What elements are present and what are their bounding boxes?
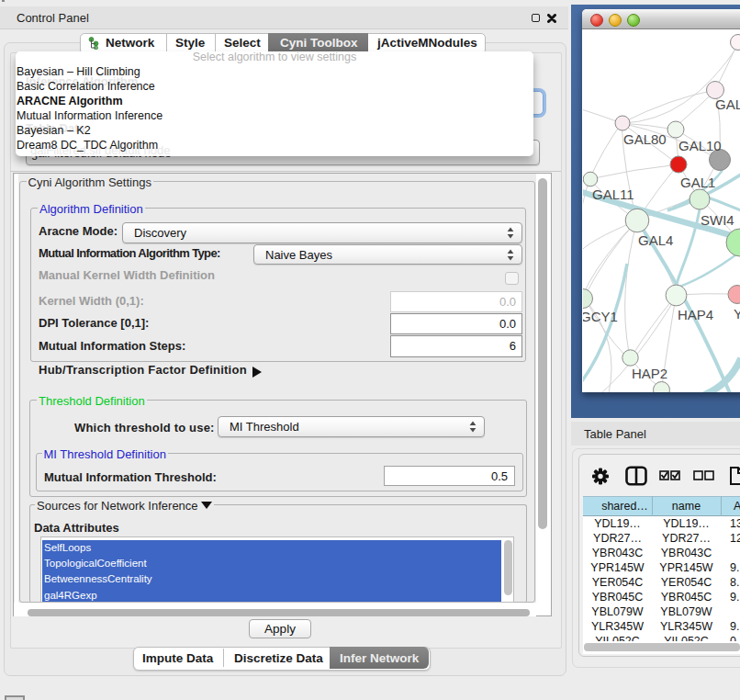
- svg-text:GAL4: GAL4: [638, 232, 673, 248]
- svg-text:GCY1: GCY1: [583, 309, 618, 324]
- svg-text:HAP2: HAP2: [632, 366, 667, 381]
- svg-text:GAL2: GAL2: [715, 96, 740, 112]
- svg-text:SWI4: SWI4: [701, 212, 734, 228]
- svg-text:GAL11: GAL11: [592, 186, 634, 202]
- svg-text:HAP4: HAP4: [678, 307, 713, 322]
- svg-text:GAL1: GAL1: [680, 175, 715, 190]
- svg-text:GAL80: GAL80: [623, 131, 667, 147]
- svg-text:GAL10: GAL10: [678, 138, 722, 153]
- svg-text:Y: Y: [734, 306, 740, 322]
